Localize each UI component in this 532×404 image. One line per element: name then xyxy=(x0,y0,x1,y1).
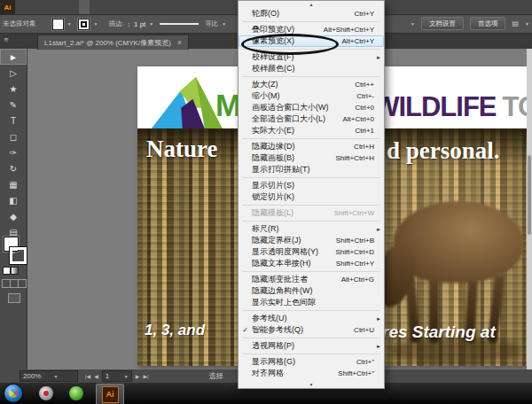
tool-glyph: ✑ xyxy=(10,148,17,158)
stroke-stepper-icon[interactable]: ↕ xyxy=(128,21,131,27)
scrollbar-thumb[interactable] xyxy=(528,155,531,235)
stroke-profile-value[interactable]: 等比 xyxy=(205,19,218,28)
taskbar-app-icon-2[interactable] xyxy=(69,386,83,400)
brand-suffix: TO xyxy=(503,91,528,122)
tool-glyph: ↻ xyxy=(10,164,17,174)
menu-item-rulers[interactable]: 标尺(R) ► xyxy=(239,223,384,235)
menu-item-zoom-in[interactable]: 放大(Z) Ctrl++ xyxy=(239,79,384,90)
menu-file[interactable] xyxy=(15,0,26,14)
vertical-scrollbar[interactable] xyxy=(527,49,532,369)
current-tool-label: 选择 xyxy=(209,371,223,381)
menu-item-hide-text-threads[interactable]: 隐藏文本串接(H) Shift+Ctrl+Y xyxy=(239,258,384,269)
workspace-caret-icon[interactable]: ▼ xyxy=(525,21,529,27)
menu-item-hide-edges[interactable]: 隐藏边缘(D) Ctrl+H xyxy=(239,141,384,152)
menu-view[interactable] xyxy=(79,0,90,14)
menu-item-overprint-preview[interactable]: 叠印预览(V) Alt+Shift+Ctrl+Y xyxy=(239,24,384,35)
stroke-weight-value[interactable]: 1 pt xyxy=(134,20,145,28)
stroke-caret-icon[interactable]: ▼ xyxy=(93,21,98,27)
menu-item-outline[interactable]: 轮廓(O) Ctrl+Y xyxy=(239,8,384,19)
menu-item-snap-to-grid[interactable]: 对齐网格 Shift+Ctrl+" xyxy=(239,368,384,379)
menu-item-perspective-grid[interactable]: 透视网格(P) ► xyxy=(239,340,384,352)
menu-item-proof-setup[interactable]: 校样设置(F) ► xyxy=(239,51,384,63)
menu-item-pixel-preview[interactable]: 像素预览(X) Alt+Ctrl+Y xyxy=(239,35,384,47)
view-menu-dropdown: ▲ 轮廓(O) Ctrl+Y 叠印预览(V) Alt+Shift+Ctrl+Y xyxy=(238,0,385,389)
tool-glyph: T xyxy=(11,116,16,126)
stroke-swatch[interactable] xyxy=(10,247,27,264)
workspace-switcher-icon[interactable]: ▤ xyxy=(512,19,519,27)
last-artboard-button[interactable]: ▶| xyxy=(143,373,148,379)
menu-item-hide-artboards[interactable]: 隐藏画板(B) Shift+Ctrl+H xyxy=(239,152,384,164)
taskbar-app-icon-1[interactable] xyxy=(39,386,53,400)
stroke-color-swatch[interactable] xyxy=(78,19,90,30)
menu-item-show-slices[interactable]: 显示切片(S) xyxy=(239,180,384,191)
style-caret-icon[interactable]: ▼ xyxy=(411,21,415,27)
tool-glyph: ◆ xyxy=(10,212,17,221)
menu-select[interactable] xyxy=(58,0,68,14)
menu-item-hide-bounding-box[interactable]: 隐藏定界框(J) Shift+Ctrl+B xyxy=(239,235,384,246)
first-artboard-button[interactable]: |◀ xyxy=(85,373,90,379)
submenu-arrow-icon: ► xyxy=(374,55,381,60)
menu-item-show-live-paint-gaps[interactable]: 显示实时上色间隙 xyxy=(239,297,384,308)
paintbrush-tool[interactable]: ✑ xyxy=(0,144,27,160)
next-artboard-button[interactable]: ▶ xyxy=(136,373,140,379)
menu-item-guides[interactable]: 参考线(U) ► xyxy=(239,313,384,324)
color-button[interactable] xyxy=(3,267,11,275)
draw-inside-mode-button[interactable] xyxy=(18,279,27,288)
tool-glyph: ▤ xyxy=(9,228,17,237)
tools-panel: ► ▷ ★ ✎ T ◻ ✑ ↻ ▦ ◧ xyxy=(0,49,27,369)
gradient-button[interactable] xyxy=(11,267,19,275)
menu-object[interactable] xyxy=(36,0,47,14)
tool-glyph: ★ xyxy=(10,84,18,94)
menu-type[interactable] xyxy=(47,0,58,14)
menu-item-proof-colors[interactable]: 校样颜色(C) xyxy=(239,63,384,74)
menu-item-fit-artboard[interactable]: 画板适合窗口大小(W) Ctrl+0 xyxy=(239,102,384,113)
fill-color-swatch[interactable] xyxy=(52,19,64,30)
menu-item-show-print-tiling[interactable]: 显示打印拼贴(T) xyxy=(239,164,384,175)
menu-effect[interactable] xyxy=(68,0,79,14)
direct-selection-tool[interactable]: ▷ xyxy=(0,65,27,81)
menu-scroll-down-icon[interactable]: ▼ xyxy=(239,381,384,388)
mesh-tool[interactable]: ▦ xyxy=(0,176,27,192)
type-tool[interactable]: T xyxy=(0,113,27,128)
menu-item-smart-guides[interactable]: ✓ 智能参考线(Q) Ctrl+U xyxy=(239,324,384,336)
preferences-button[interactable]: 首选项 xyxy=(470,17,506,30)
menu-item-fit-all[interactable]: 全部适合窗口大小(L) Alt+Ctrl+0 xyxy=(239,113,384,125)
stroke-profile-preview xyxy=(160,23,199,25)
menu-item-hide-corner-widget[interactable]: 隐藏边角构件(W) xyxy=(239,285,384,297)
menu-item-show-grid[interactable]: 显示网格(G) Ctrl+" xyxy=(239,356,384,368)
menu-item-actual-size[interactable]: 实际大小(E) Ctrl+1 xyxy=(239,125,384,136)
zoom-level-select[interactable]: 200% ▼ xyxy=(20,370,78,382)
pen-tool[interactable]: ✎ xyxy=(0,97,27,113)
menu-item-show-transparency-grid[interactable]: 显示透明度网格(Y) Shift+Ctrl+D xyxy=(239,246,384,258)
rotate-tool[interactable]: ↻ xyxy=(0,160,27,176)
selection-tool[interactable]: ► xyxy=(0,49,27,65)
stroke-weight-label: 描边: xyxy=(108,19,123,28)
screen-mode-button[interactable] xyxy=(8,293,20,303)
dock-collapse-icon[interactable]: ≋ xyxy=(4,36,9,43)
brand-initial: M xyxy=(215,88,240,122)
document-tab[interactable]: L1start_2.ai* @ 200% (CMYK/像素预览) × xyxy=(37,35,189,50)
rectangle-tool[interactable]: ◻ xyxy=(0,128,27,144)
magic-wand-tool[interactable]: ★ xyxy=(0,81,27,97)
start-button[interactable] xyxy=(4,385,22,402)
stroke-profile-caret-icon[interactable]: ▼ xyxy=(222,21,226,27)
prev-artboard-button[interactable]: ◀ xyxy=(94,373,98,379)
promo-left-text: 1, 3, and xyxy=(145,322,205,339)
tab-close-icon[interactable]: × xyxy=(177,39,182,46)
artboard-number-select[interactable]: 1 ▼ xyxy=(102,370,132,382)
document-setup-button[interactable]: 文档设置 xyxy=(421,17,464,30)
stroke-weight-caret-icon[interactable]: ▼ xyxy=(149,21,153,27)
fill-caret-icon[interactable]: ▼ xyxy=(67,21,72,27)
menu-edit[interactable] xyxy=(26,0,36,14)
headline-right-text: d personal. xyxy=(387,137,500,165)
menu-scroll-up-icon[interactable]: ▲ xyxy=(239,1,384,8)
eyedropper-tool[interactable]: ◆ xyxy=(0,208,27,224)
tool-glyph: ▦ xyxy=(9,180,17,190)
menu-item-hide-template[interactable]: 隐藏模板(L) Shift+Ctrl+W xyxy=(239,207,384,219)
artboard-number-value: 1 xyxy=(106,372,109,380)
menu-item-zoom-out[interactable]: 缩小(M) Ctrl+- xyxy=(239,90,384,102)
taskbar-illustrator-button[interactable]: Ai xyxy=(96,384,124,404)
gradient-tool[interactable]: ◧ xyxy=(0,192,27,208)
menu-item-hide-gradient-annotator[interactable]: 隐藏渐变批注者 Alt+Ctrl+G xyxy=(239,274,384,285)
menu-item-lock-slices[interactable]: 锁定切片(K) xyxy=(239,191,384,203)
